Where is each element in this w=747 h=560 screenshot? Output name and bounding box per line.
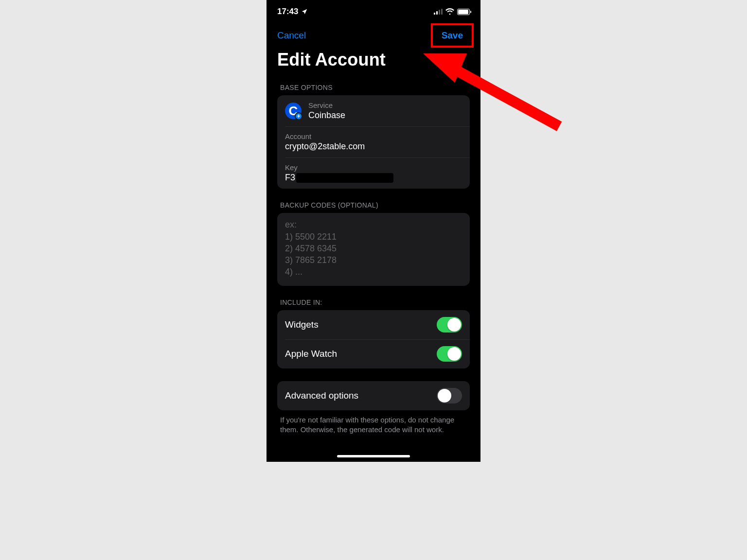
page-title: Edit Account: [267, 49, 480, 77]
add-icon-badge: +: [295, 112, 302, 120]
widgets-label: Widgets: [285, 319, 319, 330]
account-value: crypto@2stable.com: [285, 141, 462, 152]
advanced-options-note: If you're not familiar with these option…: [267, 410, 480, 435]
apple-watch-row: Apple Watch: [277, 339, 470, 368]
key-label: Key: [285, 163, 462, 172]
widgets-row: Widgets: [277, 310, 470, 339]
key-row[interactable]: Key F3: [277, 158, 470, 189]
widgets-toggle[interactable]: [437, 317, 462, 332]
apple-watch-label: Apple Watch: [285, 349, 337, 359]
key-value-prefix: F3: [285, 173, 295, 182]
backup-codes-placeholder: ex: 1) 5500 2211 2) 4578 6345 3) 7865 21…: [285, 219, 462, 278]
cancel-button[interactable]: Cancel: [277, 30, 306, 41]
base-options-card: C + Service Coinbase Account crypto@2sta…: [277, 95, 470, 189]
status-time: 17:43: [277, 7, 298, 17]
service-value: Coinbase: [308, 110, 462, 121]
service-label: Service: [308, 101, 462, 109]
coinbase-icon[interactable]: C +: [285, 103, 302, 119]
advanced-options-row: Advanced options: [277, 381, 470, 410]
wifi-icon: [445, 8, 454, 15]
key-value: F3: [285, 173, 462, 183]
section-header-base-options: BASE OPTIONS: [267, 77, 480, 95]
section-header-backup-codes: BACKUP CODES (OPTIONAL): [267, 189, 480, 213]
nav-bar: Cancel Save: [267, 20, 480, 49]
status-bar: 17:43: [267, 0, 480, 20]
advanced-options-card: Advanced options: [277, 381, 470, 410]
advanced-options-label: Advanced options: [285, 390, 358, 401]
service-row[interactable]: C + Service Coinbase: [277, 95, 470, 126]
apple-watch-toggle[interactable]: [437, 346, 462, 362]
account-label: Account: [285, 132, 462, 140]
backup-codes-field[interactable]: ex: 1) 5500 2211 2) 4578 6345 3) 7865 21…: [277, 213, 470, 285]
include-in-card: Widgets Apple Watch: [277, 310, 470, 368]
section-header-include-in: INCLUDE IN:: [267, 286, 480, 310]
account-row[interactable]: Account crypto@2stable.com: [277, 126, 470, 158]
key-redacted-region: [296, 173, 393, 183]
save-button[interactable]: Save: [435, 26, 470, 45]
battery-icon: [457, 9, 470, 15]
home-indicator[interactable]: [337, 455, 410, 457]
phone-screen: 17:43 Cancel Save Edit Account BASE OPTI…: [267, 0, 480, 462]
advanced-options-toggle[interactable]: [437, 388, 462, 403]
location-icon: [301, 8, 308, 15]
cellular-signal-icon: [434, 9, 443, 15]
